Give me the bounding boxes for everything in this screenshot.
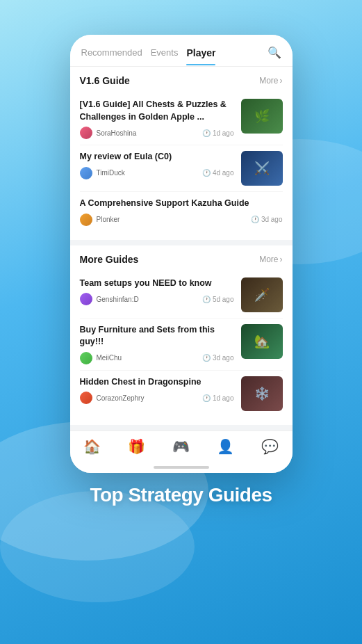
avatar bbox=[80, 167, 92, 179]
bottom-navigation: 🏠 🎁 🎮 👤 💬 bbox=[70, 430, 293, 463]
guide-meta: TimiDuck 🕐 4d ago bbox=[80, 167, 234, 179]
tab-player[interactable]: Player bbox=[186, 47, 215, 65]
guide-meta: Genshinfan:D 🕐 5d ago bbox=[80, 293, 234, 305]
author-name: Genshinfan:D bbox=[97, 296, 139, 303]
guide-title: My review of Eula (C0) bbox=[80, 151, 234, 163]
bottom-nav-game[interactable]: 🎮 bbox=[167, 437, 195, 456]
avatar bbox=[80, 392, 92, 404]
time-meta: 🕐 3d ago bbox=[251, 216, 283, 223]
guide-thumbnail: ❄️ bbox=[241, 376, 283, 411]
home-indicator bbox=[70, 463, 293, 473]
more-guides-section: More Guides More › Team setups you NEED … bbox=[70, 245, 293, 425]
search-button[interactable]: 🔍 bbox=[268, 46, 281, 66]
guide-title: [V1.6 Guide] All Chests & Puzzles & Chal… bbox=[80, 99, 234, 123]
bottom-nav-home[interactable]: 🏠 bbox=[78, 437, 106, 456]
guide-title: Team setups you NEED to know bbox=[80, 277, 234, 290]
guide-thumbnail: ⚔️ bbox=[241, 151, 283, 186]
v16-guide-section: V1.6 Guide More › [V1.6 Guide] All Chest… bbox=[70, 67, 293, 240]
guide-item[interactable]: Team setups you NEED to know Genshinfan:… bbox=[80, 272, 283, 319]
section1-more-button[interactable]: More › bbox=[259, 76, 282, 86]
guide-text: Hidden Chest in Dragonspine CorazonZephr… bbox=[80, 376, 234, 405]
guide-item[interactable]: [V1.6 Guide] All Chests & Puzzles & Chal… bbox=[80, 93, 283, 145]
gift-icon: 🎁 bbox=[128, 438, 145, 455]
content-area: V1.6 Guide More › [V1.6 Guide] All Chest… bbox=[70, 67, 293, 425]
section1-header: V1.6 Guide More › bbox=[80, 75, 283, 86]
author-name: SoraHoshina bbox=[97, 129, 137, 137]
time-meta: 🕐 4d ago bbox=[202, 169, 234, 177]
section1-title: V1.6 Guide bbox=[80, 75, 130, 86]
home-bar bbox=[154, 466, 209, 469]
guide-thumbnail: 🗡️ bbox=[241, 277, 283, 312]
author-name: TimiDuck bbox=[97, 169, 125, 177]
bottom-nav-profile[interactable]: 👤 bbox=[211, 437, 240, 456]
time-meta: 🕐 3d ago bbox=[202, 354, 234, 362]
section2-header: More Guides More › bbox=[80, 254, 283, 265]
home-icon: 🏠 bbox=[83, 438, 101, 455]
avatar bbox=[80, 352, 92, 364]
section2-more-button[interactable]: More › bbox=[259, 255, 282, 264]
avatar bbox=[80, 127, 92, 139]
guide-text: [V1.6 Guide] All Chests & Puzzles & Chal… bbox=[80, 99, 234, 139]
game-icon: 🎮 bbox=[172, 438, 190, 455]
guide-item[interactable]: A Comprehensive Support Kazuha Guide Plo… bbox=[80, 192, 283, 232]
profile-icon: 👤 bbox=[217, 438, 234, 455]
guide-meta: MeiiChu 🕐 3d ago bbox=[80, 352, 234, 364]
footer-text: Top Strategy Guides bbox=[90, 484, 272, 506]
chat-icon: 💬 bbox=[261, 438, 279, 455]
guide-thumbnail: 🏡 bbox=[241, 324, 283, 359]
avatar bbox=[80, 214, 92, 226]
top-navigation: Recommended Events Player 🔍 bbox=[70, 35, 293, 67]
bottom-nav-chat[interactable]: 💬 bbox=[256, 437, 284, 456]
guide-text: My review of Eula (C0) TimiDuck 🕐 4d ago bbox=[80, 151, 234, 179]
guide-meta: Plonker 🕐 3d ago bbox=[80, 214, 283, 226]
guide-title: A Comprehensive Support Kazuha Guide bbox=[80, 198, 283, 210]
guide-text: Buy Furniture and Sets from this guy!!! … bbox=[80, 324, 234, 364]
time-meta: 🕐 5d ago bbox=[202, 296, 234, 303]
time-meta: 🕐 1d ago bbox=[202, 394, 234, 402]
guide-meta: SoraHoshina 🕐 1d ago bbox=[80, 127, 234, 139]
section2-title: More Guides bbox=[80, 254, 139, 265]
time-meta: 🕐 1d ago bbox=[202, 129, 234, 137]
guide-text: A Comprehensive Support Kazuha Guide Plo… bbox=[80, 198, 283, 226]
guide-meta: CorazonZephry 🕐 1d ago bbox=[80, 392, 234, 404]
bottom-nav-gifts[interactable]: 🎁 bbox=[122, 437, 151, 456]
author-name: MeiiChu bbox=[97, 354, 122, 362]
guide-item[interactable]: My review of Eula (C0) TimiDuck 🕐 4d ago… bbox=[80, 145, 283, 192]
tab-recommended[interactable]: Recommended bbox=[81, 47, 142, 65]
author-name: CorazonZephry bbox=[97, 394, 145, 402]
phone-frame: Recommended Events Player 🔍 V1.6 Guide M… bbox=[70, 35, 293, 473]
avatar bbox=[80, 293, 92, 305]
guide-text: Team setups you NEED to know Genshinfan:… bbox=[80, 277, 234, 306]
guide-title: Hidden Chest in Dragonspine bbox=[80, 376, 234, 389]
guide-title: Buy Furniture and Sets from this guy!!! bbox=[80, 324, 234, 348]
tab-events[interactable]: Events bbox=[151, 47, 179, 65]
guide-item[interactable]: Buy Furniture and Sets from this guy!!! … bbox=[80, 319, 283, 371]
guide-item[interactable]: Hidden Chest in Dragonspine CorazonZephr… bbox=[80, 371, 283, 417]
author-name: Plonker bbox=[97, 216, 120, 223]
guide-thumbnail: 🌿 bbox=[241, 99, 283, 134]
